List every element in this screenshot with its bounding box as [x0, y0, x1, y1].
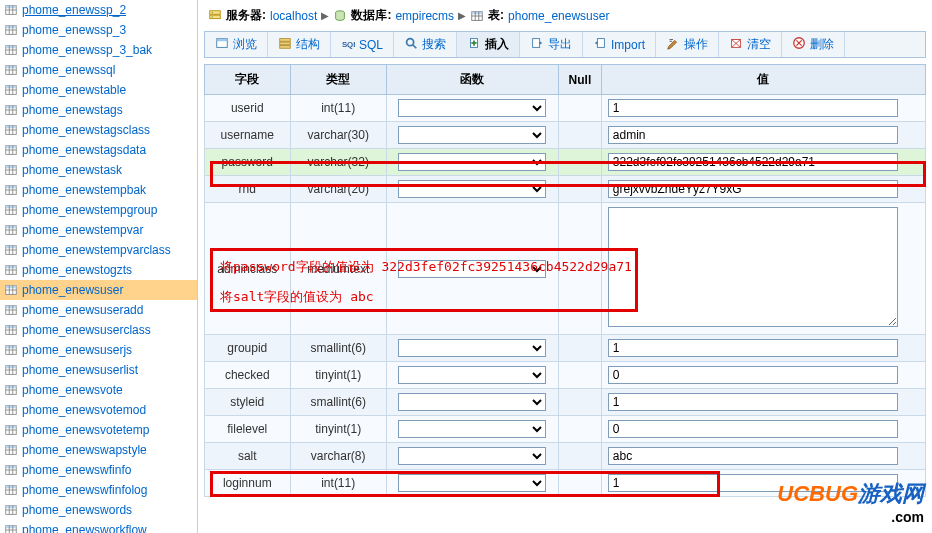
- sidebar-item-phome_enewstable[interactable]: phome_enewstable: [0, 80, 197, 100]
- value-cell: [601, 95, 925, 122]
- function-select[interactable]: [398, 474, 546, 492]
- sidebar-item-label: phome_enewsvotetemp: [22, 422, 149, 438]
- field-name: rnd: [205, 176, 291, 203]
- tab-label: SQL: [359, 38, 383, 52]
- function-select[interactable]: [398, 180, 546, 198]
- function-select[interactable]: [398, 99, 546, 117]
- function-select[interactable]: [398, 260, 546, 278]
- sidebar-item-label: phome_enewssp_3: [22, 22, 126, 38]
- value-input[interactable]: [608, 99, 898, 117]
- sidebar-item-phome_enewssp_3[interactable]: phome_enewssp_3: [0, 20, 197, 40]
- svg-rect-96: [6, 386, 17, 389]
- sidebar-item-phome_enewstempvar[interactable]: phome_enewstempvar: [0, 220, 197, 240]
- table-row: groupidsmallint(6): [205, 335, 926, 362]
- sidebar-item-phome_enewstogzts[interactable]: phome_enewstogzts: [0, 260, 197, 280]
- table-icon: [4, 503, 18, 517]
- field-type: int(11): [290, 470, 386, 497]
- sidebar-item-phome_enewsvote[interactable]: phome_enewsvote: [0, 380, 197, 400]
- value-input[interactable]: [608, 447, 898, 465]
- svg-rect-66: [6, 266, 17, 269]
- sidebar-item-phome_enewstask[interactable]: phome_enewstask: [0, 160, 197, 180]
- tab-导出[interactable]: 导出: [520, 32, 583, 57]
- tab-icon: [593, 36, 607, 53]
- value-input[interactable]: [608, 366, 898, 384]
- sidebar-item-phome_enewsuser[interactable]: phome_enewsuser: [0, 280, 197, 300]
- tab-删除[interactable]: 删除: [782, 32, 845, 57]
- tab-label: 导出: [548, 36, 572, 53]
- value-textarea[interactable]: [608, 207, 898, 327]
- field-type: tinyint(1): [290, 362, 386, 389]
- sidebar-item-phome_enewstempbak[interactable]: phome_enewstempbak: [0, 180, 197, 200]
- function-cell: [386, 176, 558, 203]
- function-select[interactable]: [398, 126, 546, 144]
- tab-插入[interactable]: 插入: [457, 32, 520, 57]
- value-input[interactable]: [608, 420, 898, 438]
- breadcrumb-server-link[interactable]: localhost: [270, 9, 317, 23]
- tab-SQL[interactable]: SQLSQL: [331, 32, 394, 57]
- value-input[interactable]: [608, 126, 898, 144]
- function-select[interactable]: [398, 366, 546, 384]
- field-type: smallint(6): [290, 389, 386, 416]
- table-icon: [4, 523, 18, 533]
- sidebar-item-phome_enewstagsclass[interactable]: phome_enewstagsclass: [0, 120, 197, 140]
- breadcrumb-table-link[interactable]: phome_enewsuser: [508, 9, 609, 23]
- sidebar-item-phome_enewsuserjs[interactable]: phome_enewsuserjs: [0, 340, 197, 360]
- sidebar-item-label: phome_enewstagsdata: [22, 142, 146, 158]
- sidebar-item-phome_enewstempgroup[interactable]: phome_enewstempgroup: [0, 200, 197, 220]
- tab-浏览[interactable]: 浏览: [205, 32, 268, 57]
- svg-rect-171: [217, 39, 228, 42]
- svg-rect-61: [6, 246, 17, 249]
- sidebar-item-phome_enewssp_2[interactable]: phome_enewssp_2: [0, 0, 197, 20]
- sidebar-item-phome_enewsuseradd[interactable]: phome_enewsuseradd: [0, 300, 197, 320]
- tab-结构[interactable]: 结构: [268, 32, 331, 57]
- sidebar-item-phome_enewswapstyle[interactable]: phome_enewswapstyle: [0, 440, 197, 460]
- value-input[interactable]: [608, 339, 898, 357]
- function-cell: [386, 122, 558, 149]
- sidebar-item-phome_enewstagsdata[interactable]: phome_enewstagsdata: [0, 140, 197, 160]
- svg-rect-6: [6, 26, 17, 29]
- sidebar-item-label: phome_enewstempvar: [22, 222, 143, 238]
- sidebar-item-phome_enewsuserclass[interactable]: phome_enewsuserclass: [0, 320, 197, 340]
- sidebar-item-phome_enewssp_3_bak[interactable]: phome_enewssp_3_bak: [0, 40, 197, 60]
- sidebar-item-label: phome_enewstask: [22, 162, 122, 178]
- value-cell: [601, 416, 925, 443]
- sidebar-item-label: phome_enewstempbak: [22, 182, 146, 198]
- tab-搜索[interactable]: 搜索: [394, 32, 457, 57]
- sidebar-item-phome_enewssql[interactable]: phome_enewssql: [0, 60, 197, 80]
- watermark-sub: .com: [777, 509, 924, 525]
- sidebar-item-label: phome_enewswords: [22, 502, 132, 518]
- value-input[interactable]: [608, 180, 898, 198]
- function-select[interactable]: [398, 420, 546, 438]
- function-select[interactable]: [398, 153, 546, 171]
- sidebar-item-phome_enewswords[interactable]: phome_enewswords: [0, 500, 197, 520]
- tab-label: 结构: [296, 36, 320, 53]
- tab-Import[interactable]: Import: [583, 32, 656, 57]
- sidebar-item-phome_enewswfinfo[interactable]: phome_enewswfinfo: [0, 460, 197, 480]
- sidebar-item-phome_enewstags[interactable]: phome_enewstags: [0, 100, 197, 120]
- function-select[interactable]: [398, 447, 546, 465]
- tab-清空[interactable]: 清空: [719, 32, 782, 57]
- sidebar-item-phome_enewsuserlist[interactable]: phome_enewsuserlist: [0, 360, 197, 380]
- svg-rect-76: [6, 306, 17, 309]
- sidebar-item-phome_enewswfinfolog[interactable]: phome_enewswfinfolog: [0, 480, 197, 500]
- value-input[interactable]: [608, 393, 898, 411]
- tab-操作[interactable]: 操作: [656, 32, 719, 57]
- watermark: UCBUG游戏网 .com: [777, 479, 924, 525]
- tab-icon: [215, 36, 229, 53]
- function-cell: [386, 443, 558, 470]
- sidebar-item-phome_enewsvotemod[interactable]: phome_enewsvotemod: [0, 400, 197, 420]
- sidebar-table-list: phome_enewssp_2phome_enewssp_3phome_enew…: [0, 0, 198, 533]
- function-select[interactable]: [398, 393, 546, 411]
- sidebar-item-label: phome_enewssp_3_bak: [22, 42, 152, 58]
- table-icon: [4, 423, 18, 437]
- sidebar-item-phome_enewstempvarclass[interactable]: phome_enewstempvarclass: [0, 240, 197, 260]
- sidebar-item-label: phome_enewsuserlist: [22, 362, 138, 378]
- function-select[interactable]: [398, 339, 546, 357]
- sidebar-item-label: phome_enewstogzts: [22, 262, 132, 278]
- null-cell: [559, 335, 602, 362]
- breadcrumb-arrow-icon: ▶: [321, 10, 329, 21]
- breadcrumb-db-link[interactable]: empirecms: [395, 9, 454, 23]
- sidebar-item-phome_enewsvotetemp[interactable]: phome_enewsvotetemp: [0, 420, 197, 440]
- sidebar-item-phome_enewsworkflow[interactable]: phome_enewsworkflow: [0, 520, 197, 533]
- value-input[interactable]: [608, 153, 898, 171]
